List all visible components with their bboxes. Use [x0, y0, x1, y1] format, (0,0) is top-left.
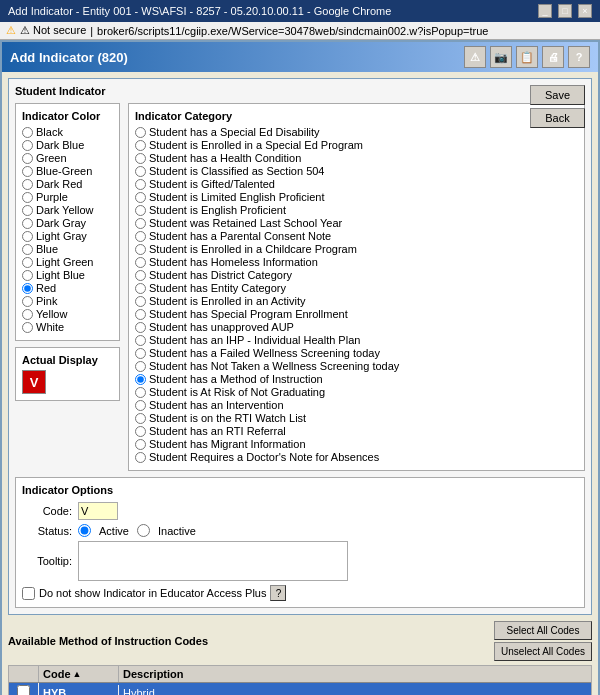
cat-radio-20[interactable] [135, 387, 146, 398]
help-icon[interactable]: ? [568, 46, 590, 68]
cat-radio-12[interactable] [135, 283, 146, 294]
color-darkblue-radio[interactable] [22, 140, 33, 151]
color-black-radio[interactable] [22, 127, 33, 138]
cat-radio-18[interactable] [135, 361, 146, 372]
unselect-all-button[interactable]: Unselect All Codes [494, 642, 592, 661]
method-header: Available Method of Instruction Codes Se… [8, 621, 592, 661]
color-pink-label: Pink [36, 295, 57, 307]
cat-radio-23[interactable] [135, 426, 146, 437]
table-row[interactable]: HYB Hybrid [9, 683, 591, 695]
cat-radio-4[interactable] [135, 179, 146, 190]
cat-item-3: Student is Classified as Section 504 [135, 165, 578, 177]
tooltip-row: Tooltip: [22, 541, 578, 581]
color-red-radio[interactable] [22, 283, 33, 294]
color-bluegreen-radio[interactable] [22, 166, 33, 177]
cat-item-23: Student has an RTI Referral [135, 425, 578, 437]
cat-radio-17[interactable] [135, 348, 146, 359]
code-input[interactable] [78, 502, 118, 520]
cat-item-21: Student has an Intervention [135, 399, 578, 411]
cat-radio-14[interactable] [135, 309, 146, 320]
cat-item-15: Student has unapproved AUP [135, 321, 578, 333]
color-darkyellow-radio[interactable] [22, 205, 33, 216]
tooltip-textarea[interactable] [78, 541, 348, 581]
cat-item-22: Student is on the RTI Watch List [135, 412, 578, 424]
window-title-bar: Add Indicator (820) ⚠ 📷 📋 🖨 ? [2, 42, 598, 72]
color-red-label: Red [36, 282, 56, 294]
minimize-button[interactable]: _ [538, 4, 552, 18]
cat-item-10: Student has Homeless Information [135, 256, 578, 268]
actual-display-box: V [22, 370, 46, 394]
cat-radio-3[interactable] [135, 166, 146, 177]
address-bar: ⚠ ⚠ Not secure | broker6/scripts11/cgiip… [0, 22, 600, 40]
color-blue-radio[interactable] [22, 244, 33, 255]
row-checkbox-hyb[interactable] [17, 685, 30, 695]
cat-radio-11[interactable] [135, 270, 146, 281]
cat-radio-0[interactable] [135, 127, 146, 138]
cat-item-19: Student has a Method of Instruction [135, 373, 578, 385]
color-lightblue-radio[interactable] [22, 270, 33, 281]
cat-radio-8[interactable] [135, 231, 146, 242]
cat-radio-24[interactable] [135, 439, 146, 450]
cat-item-6: Student is English Proficient [135, 204, 578, 216]
two-column-layout: Indicator Color Black Dark Blue Green [15, 103, 585, 471]
cat-radio-16[interactable] [135, 335, 146, 346]
method-buttons: Select All Codes Unselect All Codes [494, 621, 592, 661]
color-yellow: Yellow [22, 308, 113, 320]
color-bluegreen-label: Blue-Green [36, 165, 92, 177]
color-purple-radio[interactable] [22, 192, 33, 203]
sort-icon: ▲ [73, 669, 82, 679]
color-lightgreen-radio[interactable] [22, 257, 33, 268]
tooltip-label: Tooltip: [22, 555, 72, 567]
cat-radio-1[interactable] [135, 140, 146, 151]
close-button[interactable]: × [578, 4, 592, 18]
color-darkblue-label: Dark Blue [36, 139, 84, 151]
no-show-help-button[interactable]: ? [270, 585, 286, 601]
cat-radio-25[interactable] [135, 452, 146, 463]
alert-icon[interactable]: ⚠ [464, 46, 486, 68]
color-lightgray-radio[interactable] [22, 231, 33, 242]
color-green-radio[interactable] [22, 153, 33, 164]
color-white-label: White [36, 321, 64, 333]
cat-radio-10[interactable] [135, 257, 146, 268]
color-darkred-radio[interactable] [22, 179, 33, 190]
color-black: Black [22, 126, 113, 138]
save-button[interactable]: Save [530, 85, 585, 105]
cat-radio-2[interactable] [135, 153, 146, 164]
color-black-label: Black [36, 126, 63, 138]
indicator-category-section: Indicator Category Student has a Special… [128, 103, 585, 471]
cat-radio-21[interactable] [135, 400, 146, 411]
status-inactive-radio[interactable] [137, 524, 150, 537]
method-table: Code ▲ Description HYB Hybrid IP In Pers… [8, 665, 592, 695]
color-yellow-radio[interactable] [22, 309, 33, 320]
cat-radio-15[interactable] [135, 322, 146, 333]
back-button[interactable]: Back [530, 108, 585, 128]
cat-radio-22[interactable] [135, 413, 146, 424]
student-indicator-panel: Student Indicator Save Back Indicator Co… [8, 78, 592, 615]
color-white: White [22, 321, 113, 333]
code-row: Code: [22, 502, 578, 520]
color-red: Red [22, 282, 113, 294]
row-code-hyb: HYB [39, 685, 119, 695]
cat-radio-19[interactable] [135, 374, 146, 385]
camera-icon[interactable]: 📷 [490, 46, 512, 68]
print-icon[interactable]: 🖨 [542, 46, 564, 68]
cat-radio-6[interactable] [135, 205, 146, 216]
cat-radio-7[interactable] [135, 218, 146, 229]
color-pink-radio[interactable] [22, 296, 33, 307]
cat-item-5: Student is Limited English Proficient [135, 191, 578, 203]
color-green: Green [22, 152, 113, 164]
col-header-code[interactable]: Code ▲ [39, 666, 119, 682]
maximize-button[interactable]: □ [558, 4, 572, 18]
copy-icon[interactable]: 📋 [516, 46, 538, 68]
indicator-color-title: Indicator Color [22, 110, 113, 122]
color-darkgray-radio[interactable] [22, 218, 33, 229]
select-all-button[interactable]: Select All Codes [494, 621, 592, 640]
cat-radio-9[interactable] [135, 244, 146, 255]
status-active-radio[interactable] [78, 524, 91, 537]
no-show-checkbox[interactable] [22, 587, 35, 600]
cat-radio-13[interactable] [135, 296, 146, 307]
cat-radio-5[interactable] [135, 192, 146, 203]
color-darkgray: Dark Gray [22, 217, 113, 229]
color-white-radio[interactable] [22, 322, 33, 333]
row-check-hyb [9, 683, 39, 695]
